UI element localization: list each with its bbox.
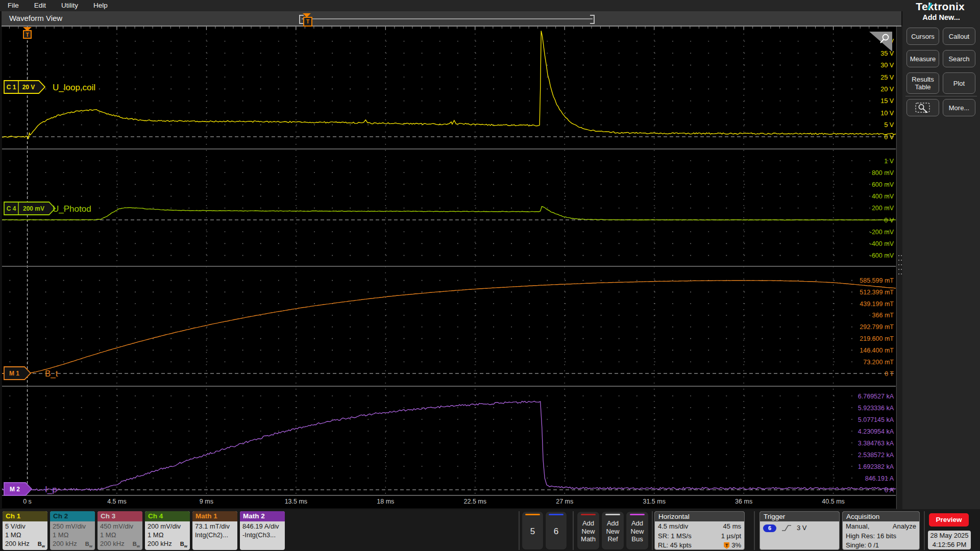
add-button-label: Add New Ref — [602, 519, 624, 543]
svg-text:C 1: C 1 — [7, 84, 16, 91]
channel-badge-title: Ch 4 — [145, 511, 190, 521]
sidebar-button-measure[interactable]: Measure — [906, 50, 939, 67]
y-axis-label-ch4: 800 mV — [872, 169, 894, 177]
sidebar-button-results-table[interactable]: Results Table — [906, 72, 939, 94]
y-axis-label-math1: 585.599 mT — [860, 277, 894, 284]
y-axis-label-math2: 6.769527 kA — [858, 393, 894, 400]
acquisition-analyze: Analyze — [893, 522, 916, 532]
y-axis-label-math1: 512.399 mT — [860, 289, 894, 296]
acquisition-resolution: High Res: 16 bits — [846, 532, 916, 541]
time-axis-label: 9 ms — [200, 498, 213, 505]
channel-badge-title: Ch 3 — [97, 511, 142, 521]
svg-text:M 1: M 1 — [9, 370, 19, 377]
record-view-bar[interactable] — [302, 18, 593, 19]
channel-badge-math2[interactable]: Math 2846.19 A/div-Intg(Ch3... — [240, 511, 285, 550]
trigger-position-slider[interactable]: T — [303, 17, 312, 27]
acquisition-mode: Manual, — [846, 522, 869, 532]
add-new-ref-button[interactable]: Add New Ref — [601, 511, 624, 550]
tekscope-window: 0 s4.5 ms9 ms13.5 ms18 ms22.5 ms27 ms31.… — [0, 0, 980, 551]
sidebar-button-plot[interactable]: Plot — [943, 72, 975, 94]
bottombar-divider — [754, 511, 755, 550]
add-new-math-button[interactable]: Add New Math — [577, 511, 600, 550]
y-axis-label-math1: 292.799 mT — [860, 323, 894, 331]
tektronix-logo: Tektronix — [916, 1, 965, 13]
time-axis-label: 4.5 ms — [107, 498, 127, 505]
y-axis-label-math1: 73.200 mT — [863, 359, 894, 366]
y-axis-label-ch1: 15 V — [880, 97, 894, 105]
time-axis-label: 0 s — [23, 498, 32, 505]
time-axis-label: 40.5 ms — [822, 498, 844, 505]
slot-button-5[interactable]: 5 — [522, 511, 544, 550]
preview-button[interactable]: Preview — [929, 513, 969, 527]
y-axis-label-ch4: -400 mV — [870, 240, 894, 247]
y-axis-label-math2: 846.191 A — [865, 475, 894, 482]
horizontal-panel-title: Horizontal — [655, 512, 744, 521]
sidebar-button-more[interactable]: More... — [943, 99, 975, 116]
y-axis-label-math2: 1.692382 kA — [858, 463, 894, 470]
record-length: RL: 45 kpts — [658, 541, 692, 550]
channel-badge-ch3[interactable]: Ch 3450 mV/div1 MΩ200 kHzBw — [97, 511, 142, 550]
channel-badge-math1[interactable]: Math 173.1 mT/divIntg(Ch2)... — [192, 511, 237, 550]
bandwidth-limit-badge: Bw — [85, 541, 92, 548]
y-axis-zero-label-ch4: 0 V — [884, 217, 894, 224]
sidebar-button-callout[interactable]: Callout — [943, 28, 975, 45]
channel-marker-math1[interactable]: M 1 — [4, 367, 31, 380]
y-axis-label-math2: 4.230954 kA — [858, 428, 894, 435]
slot-color-stripe — [525, 514, 540, 515]
channel-badge-ch4[interactable]: Ch 4200 mV/div1 MΩ200 kHzBw — [145, 511, 190, 550]
y-axis-label-math2: 3.384763 kA — [858, 440, 894, 447]
channel-marker-ch4[interactable]: C 4200 mV — [4, 202, 55, 215]
slot-button-6[interactable]: 6 — [545, 511, 567, 550]
y-axis-label-ch4: 1 V — [884, 158, 894, 165]
channel-badge-title: Ch 2 — [50, 511, 95, 521]
y-axis-label-math1: 366 mT — [872, 312, 894, 319]
svg-text:T: T — [26, 32, 29, 38]
zoom-select-button[interactable] — [906, 99, 939, 116]
svg-text:20 V: 20 V — [22, 84, 35, 91]
bottombar-divider — [924, 511, 925, 550]
bandwidth-limit-badge: Bw — [180, 541, 187, 548]
waveform-label-math2[interactable]: I_p — [45, 485, 57, 494]
waveform-label-ch4[interactable]: U_Photod — [53, 204, 91, 214]
channel-marker-ch1[interactable]: C 120 V — [4, 81, 45, 93]
svg-text:C 4: C 4 — [7, 205, 16, 212]
channel-marker-math2[interactable]: M 2 — [4, 483, 32, 495]
menu-file[interactable]: File — [0, 0, 27, 9]
date-label: 28 May 2025 — [928, 531, 971, 540]
menu-edit[interactable]: Edit — [27, 0, 54, 9]
datetime-display[interactable]: 28 May 2025 4:12:56 PM — [928, 531, 971, 549]
waveform-label-ch1[interactable]: U_loop,coil — [53, 83, 95, 92]
bandwidth-limit-badge: Bw — [38, 541, 45, 548]
trigger-panel[interactable]: Trigger 6 3 V — [760, 511, 840, 550]
toolbar-divider — [905, 96, 977, 96]
add-button-label: Add New Bus — [626, 519, 648, 543]
menu-help[interactable]: Help — [86, 0, 115, 9]
horizontal-panel[interactable]: Horizontal 4.5 ms/div45 ms SR: 1 MS/s1 µ… — [654, 511, 745, 550]
y-axis-label-ch1: 10 V — [880, 110, 894, 117]
waveform-label-math1[interactable]: B_t — [45, 369, 58, 379]
add-button-label: Add New Math — [577, 519, 599, 543]
time-axis-label: 18 ms — [377, 498, 394, 505]
y-axis-label-ch1: 20 V — [880, 86, 894, 93]
horizontal-scale: 4.5 ms/div — [658, 522, 688, 532]
channel-badge-ch2[interactable]: Ch 2250 mV/div1 MΩ200 kHzBw — [50, 511, 95, 550]
y-axis-label-math1: 146.400 mT — [860, 347, 894, 354]
y-axis-label-math2: 2.538572 kA — [858, 452, 894, 459]
channel-badge-ch1[interactable]: Ch 15 V/div1 MΩ200 kHzBw — [3, 511, 47, 550]
time-axis-label: 36 ms — [735, 498, 752, 505]
time-axis-label: 31.5 ms — [643, 498, 665, 505]
slot-number: 5 — [522, 527, 543, 537]
zoom-select-icon — [915, 102, 931, 114]
sidebar-button-cursors[interactable]: Cursors — [906, 28, 939, 45]
trigger-position-flag-icon: T — [724, 542, 729, 549]
add-color-stripe — [605, 514, 620, 515]
menu-utility[interactable]: Utility — [54, 0, 86, 9]
time-axis-label: 27 ms — [556, 498, 573, 505]
acquisition-panel[interactable]: Acquisition Manual,Analyze High Res: 16 … — [842, 511, 920, 550]
sidebar-button-search[interactable]: Search — [943, 50, 975, 67]
add-new-bus-button[interactable]: Add New Bus — [626, 511, 649, 550]
add-color-stripe — [581, 514, 596, 515]
trigger-source-badge: 6 — [763, 524, 776, 532]
rising-edge-icon — [781, 524, 792, 532]
y-axis-label-ch4: 600 mV — [872, 181, 894, 188]
